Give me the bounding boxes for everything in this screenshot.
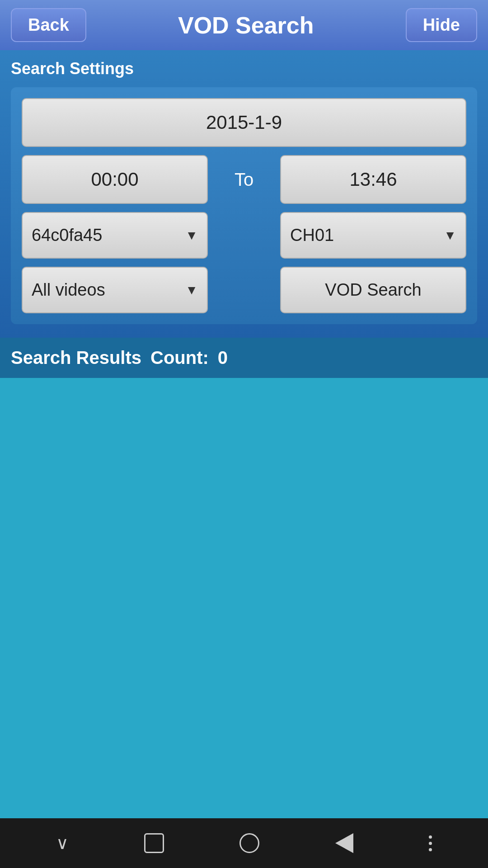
date-button[interactable]: 2015-1-9 — [22, 98, 466, 147]
device-dropdown[interactable]: 64c0fa45 ▼ — [22, 212, 208, 259]
triangle-shape — [335, 833, 353, 853]
video-type-label: All videos — [32, 280, 105, 300]
date-row: 2015-1-9 — [22, 98, 466, 147]
back-button[interactable]: Back — [11, 8, 86, 42]
nav-back-icon[interactable] — [335, 833, 353, 853]
time-to-button[interactable]: 13:46 — [280, 155, 466, 204]
hide-button[interactable]: Hide — [406, 8, 477, 42]
device-id-label: 64c0fa45 — [32, 226, 102, 245]
results-content-area — [0, 378, 488, 818]
actions-row: All videos ▼ VOD Search — [22, 267, 466, 313]
dropdowns-row: 64c0fa45 ▼ CH01 ▼ — [22, 212, 466, 259]
search-settings-container: Search Settings 2015-1-9 00:00 To 13:46 … — [0, 50, 488, 338]
search-results-label: Search Results — [11, 348, 141, 368]
channel-dropdown[interactable]: CH01 ▼ — [280, 212, 466, 259]
settings-card: 2015-1-9 00:00 To 13:46 64c0fa45 ▼ CH01 … — [11, 87, 477, 324]
to-label: To — [208, 170, 280, 190]
page-title: VOD Search — [86, 12, 406, 39]
vod-search-button[interactable]: VOD Search — [280, 267, 466, 313]
video-type-dropdown[interactable]: All videos ▼ — [22, 267, 208, 313]
count-value: 0 — [218, 348, 228, 368]
nav-square-icon[interactable] — [144, 833, 164, 853]
header: Back VOD Search Hide — [0, 0, 488, 50]
square-shape — [144, 833, 164, 853]
chevron-label: ∨ — [56, 835, 69, 852]
count-label: Count: — [150, 348, 209, 368]
video-type-dropdown-arrow: ▼ — [185, 283, 198, 297]
bottom-nav: ∨ — [0, 818, 488, 868]
time-from-button[interactable]: 00:00 — [22, 155, 208, 204]
search-results-bar: Search Results Count: 0 — [0, 338, 488, 378]
circle-shape — [239, 833, 259, 853]
dots-shape — [429, 835, 432, 851]
channel-label: CH01 — [290, 226, 334, 245]
device-dropdown-arrow: ▼ — [185, 228, 198, 243]
nav-chevron-icon[interactable]: ∨ — [56, 835, 69, 852]
channel-dropdown-arrow: ▼ — [444, 228, 456, 243]
search-settings-label: Search Settings — [11, 59, 477, 78]
time-row: 00:00 To 13:46 — [22, 155, 466, 204]
nav-home-icon[interactable] — [239, 833, 259, 853]
nav-more-icon[interactable] — [429, 835, 432, 851]
